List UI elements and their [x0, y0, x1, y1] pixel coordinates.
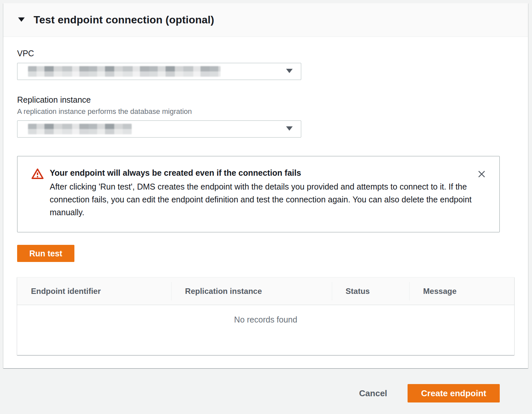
replication-instance-select[interactable]	[17, 120, 301, 138]
caret-down-icon	[286, 68, 293, 75]
test-endpoint-connection-panel: Test endpoint connection (optional) VPC …	[3, 3, 528, 368]
warning-triangle-icon	[31, 168, 44, 181]
create-endpoint-button[interactable]: Create endpoint	[408, 384, 500, 402]
replication-instance-selected-value-redacted	[28, 124, 132, 134]
vpc-field-group: VPC	[17, 49, 514, 80]
dismiss-warning-button[interactable]	[475, 168, 488, 181]
endpoint-warning-alert: Your endpoint will always be created eve…	[17, 156, 500, 232]
triangle-down-icon	[18, 17, 25, 23]
warning-alert-body: After clicking 'Run test', DMS creates t…	[50, 180, 475, 219]
test-results-table: Endpoint identifier Replication instance…	[17, 277, 514, 355]
column-header-endpoint-identifier: Endpoint identifier	[17, 287, 171, 296]
close-icon	[477, 175, 486, 180]
section-content: VPC Replication instance A replication i…	[3, 37, 528, 368]
column-header-message: Message	[409, 287, 514, 296]
replication-instance-description: A replication instance performs the data…	[17, 107, 514, 116]
vpc-label: VPC	[17, 49, 514, 58]
table-empty-message: No records found	[17, 305, 514, 355]
column-header-replication-instance: Replication instance	[171, 287, 332, 296]
table-header-row: Endpoint identifier Replication instance…	[17, 277, 514, 305]
column-header-status: Status	[332, 287, 410, 296]
run-test-button[interactable]: Run test	[17, 245, 74, 262]
warning-alert-text: Your endpoint will always be created eve…	[50, 168, 475, 219]
section-header-test-endpoint-connection[interactable]: Test endpoint connection (optional)	[3, 3, 528, 37]
replication-instance-label: Replication instance	[17, 95, 514, 105]
warning-alert-title: Your endpoint will always be created eve…	[50, 168, 475, 178]
caret-down-icon	[286, 126, 293, 132]
form-footer-actions: Cancel Create endpoint	[0, 368, 532, 402]
vpc-select[interactable]	[17, 63, 301, 80]
vpc-selected-value-redacted	[28, 66, 221, 77]
cancel-button[interactable]: Cancel	[359, 388, 387, 399]
replication-instance-field-group: Replication instance A replication insta…	[17, 95, 514, 138]
section-title: Test endpoint connection (optional)	[34, 14, 214, 26]
